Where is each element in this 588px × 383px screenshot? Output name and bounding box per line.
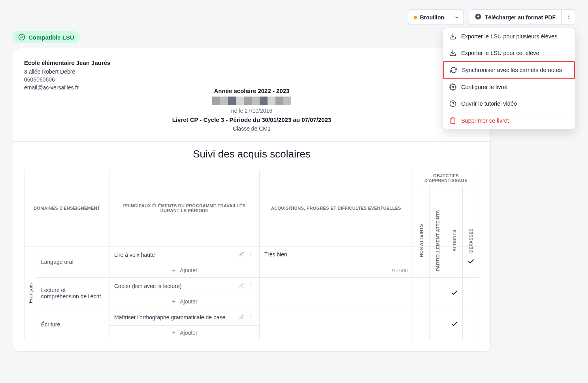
status-button[interactable]: Brouillon bbox=[408, 9, 450, 25]
svg-point-1 bbox=[568, 15, 569, 15]
acquisitions-cell[interactable]: Très bien 9 / 600 bbox=[260, 246, 413, 278]
acquisitions-cell[interactable] bbox=[260, 278, 413, 309]
subdomain-label: Langage oral bbox=[36, 246, 109, 278]
dots-vertical-icon[interactable] bbox=[247, 282, 254, 290]
menu-label: Exporter le LSU pour cet élève bbox=[461, 50, 539, 56]
check-circle-icon bbox=[18, 34, 25, 41]
menu-export-lsu-single[interactable]: Exporter le LSU pour cet élève bbox=[443, 45, 575, 61]
domain-label: Français bbox=[24, 246, 36, 340]
school-phone: 0606060606 bbox=[24, 76, 479, 83]
check-icon bbox=[451, 322, 458, 329]
menu-sync-notebooks[interactable]: Synchroniser avec les carnets de notes bbox=[443, 61, 575, 79]
add-element-button[interactable]: Ajouter bbox=[109, 326, 259, 340]
element-item[interactable]: Lire à voix haute bbox=[109, 246, 259, 263]
status-label: Brouillon bbox=[420, 14, 444, 21]
obj-cell-1[interactable] bbox=[413, 309, 430, 340]
livret-period: Livret CP - Cycle 3 - Période du 30/01/2… bbox=[13, 116, 490, 123]
obj-cell-4[interactable] bbox=[463, 309, 479, 340]
element-item[interactable]: Maîtriser l'orthographe grammaticale de … bbox=[109, 309, 259, 326]
gear-icon bbox=[449, 83, 456, 91]
student-name-redacted bbox=[212, 97, 291, 105]
school-address: 3 allée Robert Debré bbox=[24, 68, 479, 75]
svg-point-10 bbox=[251, 252, 251, 253]
skills-table: DOMAINES D'ENSEIGNEMENT PRINCIPAUX ÉLÉME… bbox=[24, 170, 479, 340]
svg-point-15 bbox=[251, 283, 251, 284]
svg-point-21 bbox=[251, 316, 251, 317]
obj-cell-3[interactable] bbox=[446, 278, 463, 309]
edit-icon[interactable] bbox=[238, 251, 245, 259]
school-name: École élémentaire Jean Jaurès bbox=[24, 59, 479, 66]
school-info: École élémentaire Jean Jaurès 3 allée Ro… bbox=[13, 59, 490, 91]
toolbar: Brouillon Télécharger au format PDF bbox=[13, 9, 575, 25]
svg-point-9 bbox=[19, 34, 25, 40]
col-acquisitions: ACQUISITIONS, PROGRÈS ET DIFFICULTÉS ÉVE… bbox=[260, 170, 413, 246]
add-element-button[interactable]: Ajouter bbox=[109, 263, 259, 277]
badge-label: Compatible LSU bbox=[28, 34, 74, 41]
col-obj-1: NON ATTEINTS bbox=[413, 186, 430, 246]
svg-point-20 bbox=[251, 315, 251, 315]
svg-point-3 bbox=[568, 18, 569, 19]
obj-cell-2[interactable] bbox=[430, 278, 446, 309]
menu-label: Supprimer ce livret bbox=[461, 118, 509, 124]
char-count: 9 / 600 bbox=[392, 267, 408, 273]
add-label: Ajouter bbox=[180, 330, 197, 336]
status-dot-icon bbox=[414, 16, 417, 19]
menu-export-lsu-multiple[interactable]: Exporter le LSU pour plusieurs élèves bbox=[443, 28, 575, 45]
edit-icon[interactable] bbox=[238, 282, 245, 290]
menu-label: Configurer le livret bbox=[461, 84, 508, 90]
status-dropdown-button[interactable] bbox=[450, 9, 464, 25]
subdomain-label: Lecture et compréhension de l'écrit bbox=[36, 278, 109, 309]
col-objectives-header: OBJECTIFS D'APPRENTISSAGE bbox=[413, 170, 479, 186]
table-row: Lecture et compréhension de l'écrit Copi… bbox=[24, 278, 479, 309]
add-label: Ajouter bbox=[180, 267, 197, 273]
check-icon bbox=[467, 260, 475, 266]
obj-cell-3[interactable] bbox=[446, 309, 463, 340]
chevron-down-icon bbox=[454, 15, 460, 20]
plus-icon bbox=[171, 299, 177, 304]
obj-cell-4[interactable] bbox=[463, 278, 479, 309]
report-card: École élémentaire Jean Jaurès 3 allée Ro… bbox=[13, 48, 491, 352]
check-icon bbox=[451, 291, 458, 298]
col-obj-4: DÉPASSÉS bbox=[463, 186, 479, 246]
download-icon bbox=[449, 49, 456, 57]
menu-label: Ouvrir le tutoriel vidéo bbox=[461, 100, 517, 107]
elements-cell: Lire à voix haute Ajouter bbox=[109, 246, 260, 278]
student-dob: né le 27/10/2016 bbox=[13, 108, 490, 114]
menu-configure[interactable]: Configurer le livret bbox=[443, 79, 575, 95]
obj-cell-2[interactable] bbox=[430, 309, 446, 340]
menu-tutorial[interactable]: Ouvrir le tutoriel vidéo bbox=[443, 95, 575, 112]
dots-vertical-icon[interactable] bbox=[247, 313, 254, 321]
svg-point-6 bbox=[452, 86, 454, 88]
report-header: Année scolaire 2022 - 2023 né le 27/10/2… bbox=[13, 87, 490, 132]
acquisitions-cell[interactable] bbox=[260, 309, 413, 340]
menu-delete[interactable]: Supprimer ce livret bbox=[443, 112, 575, 129]
svg-point-11 bbox=[251, 254, 251, 254]
dots-vertical-icon bbox=[565, 14, 571, 21]
download-label: Télécharger au format PDF bbox=[485, 14, 556, 21]
add-label: Ajouter bbox=[180, 298, 197, 305]
element-text: Copier (lien avec la lecture) bbox=[114, 283, 238, 289]
download-circle-icon bbox=[475, 13, 482, 21]
menu-label: Exporter le LSU pour plusieurs élèves bbox=[461, 33, 557, 40]
more-actions-button[interactable] bbox=[562, 9, 575, 25]
table-row: Écriture Maîtriser l'orthographe grammat… bbox=[24, 309, 479, 340]
school-year: Année scolaire 2022 - 2023 bbox=[13, 87, 490, 94]
element-item[interactable]: Copier (lien avec la lecture) bbox=[109, 278, 259, 294]
col-domains: DOMAINES D'ENSEIGNEMENT bbox=[24, 170, 109, 246]
trash-icon bbox=[449, 117, 456, 124]
col-obj-2: PARTIELLEMENT ATTEINTS bbox=[430, 186, 446, 246]
add-element-button[interactable]: Ajouter bbox=[109, 294, 259, 309]
elements-cell: Copier (lien avec la lecture) Ajouter bbox=[109, 278, 260, 309]
classe: Classe de CM1 bbox=[13, 125, 490, 132]
svg-point-2 bbox=[568, 16, 569, 17]
svg-point-16 bbox=[251, 285, 251, 286]
refresh-icon bbox=[450, 66, 457, 74]
svg-point-22 bbox=[251, 318, 251, 319]
download-pdf-button[interactable]: Télécharger au format PDF bbox=[469, 9, 562, 25]
dots-vertical-icon[interactable] bbox=[247, 250, 254, 259]
elements-cell: Maîtriser l'orthographe grammaticale de … bbox=[109, 309, 260, 340]
col-obj-3: ATTEINTS bbox=[446, 186, 463, 246]
svg-point-12 bbox=[251, 255, 251, 256]
edit-icon[interactable] bbox=[238, 313, 245, 321]
obj-cell-1[interactable] bbox=[413, 278, 430, 309]
